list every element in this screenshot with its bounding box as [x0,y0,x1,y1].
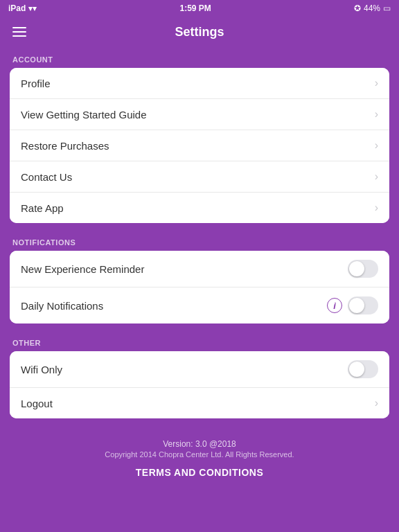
daily-notifications-info-icon[interactable]: i [327,298,342,313]
menu-item-logout[interactable]: Logout › [10,388,389,418]
new-experience-toggle[interactable] [348,260,378,278]
notifications-section-label: NOTIFICATIONS [10,238,389,247]
daily-notifications-toggle-track[interactable] [348,296,378,314]
new-experience-label: New Experience Reminder [21,263,144,275]
menu-item-wifi-only[interactable]: Wifi Only [10,351,389,388]
notifications-card: New Experience Reminder Daily Notificati… [10,251,389,323]
menu-item-rate-app[interactable]: Rate App › [10,193,389,223]
device-label: iPad [8,3,26,13]
menu-item-getting-started[interactable]: View Getting Started Guide › [10,99,389,130]
status-bar: iPad ▾▾ 1:59 PM ✪ 44% ▭ [0,0,399,17]
profile-chevron: › [375,77,378,89]
footer-copyright: Copyright 2014 Chopra Center Ltd. All Ri… [21,450,378,459]
status-left: iPad ▾▾ [8,3,37,13]
menu-item-daily-notifications[interactable]: Daily Notifications i [10,287,389,323]
daily-notifications-toggle[interactable] [348,296,378,314]
wifi-only-toggle-thumb [349,362,364,377]
hamburger-line-2 [12,31,26,33]
menu-item-restore-purchases[interactable]: Restore Purchases › [10,130,389,161]
bluetooth-icon: ✪ [354,3,361,13]
wifi-only-right [348,360,378,378]
footer: Version: 3.0 @2018 Copyright 2014 Chopra… [10,434,389,484]
new-experience-right [348,260,378,278]
page-title: Settings [175,25,224,39]
rate-app-label: Rate App [21,202,64,214]
new-experience-toggle-thumb [349,261,364,276]
logout-chevron: › [375,397,378,409]
getting-started-label: View Getting Started Guide [21,109,147,121]
menu-item-contact-us[interactable]: Contact Us › [10,161,389,193]
profile-label: Profile [21,78,51,89]
new-experience-toggle-track[interactable] [348,260,378,278]
menu-item-new-experience[interactable]: New Experience Reminder [10,251,389,287]
restore-purchases-chevron: › [375,139,378,152]
contact-us-chevron: › [375,170,378,183]
daily-notifications-label: Daily Notifications [21,300,103,312]
account-section-label: ACCOUNT [10,55,389,64]
daily-notifications-right: i [327,296,378,314]
wifi-only-toggle-track[interactable] [348,360,378,378]
wifi-only-label: Wifi Only [21,364,62,375]
hamburger-menu-button[interactable] [10,24,29,39]
settings-content: ACCOUNT Profile › View Getting Started G… [0,47,399,492]
hamburger-line-3 [12,35,26,37]
contact-us-label: Contact Us [21,171,72,183]
hamburger-line-1 [12,27,26,28]
menu-item-profile[interactable]: Profile › [10,68,389,99]
other-section-label: OTHER [10,339,389,347]
wifi-only-toggle[interactable] [348,360,378,378]
rate-app-chevron: › [375,202,378,214]
daily-notifications-toggle-thumb [349,298,364,313]
other-card: Wifi Only Logout › [10,351,389,418]
wifi-icon: ▾▾ [28,4,37,13]
battery-icon: ▭ [383,3,391,13]
logout-label: Logout [21,398,53,409]
account-card: Profile › View Getting Started Guide › R… [10,68,389,223]
header: Settings [0,17,399,47]
terms-conditions-link[interactable]: TERMS AND CONDITIONS [21,467,378,478]
status-time: 1:59 PM [179,3,211,13]
battery-percentage: 44% [364,3,380,13]
restore-purchases-label: Restore Purchases [21,140,109,152]
status-right: ✪ 44% ▭ [354,3,391,13]
getting-started-chevron: › [375,108,378,121]
footer-version: Version: 3.0 @2018 [21,439,378,449]
